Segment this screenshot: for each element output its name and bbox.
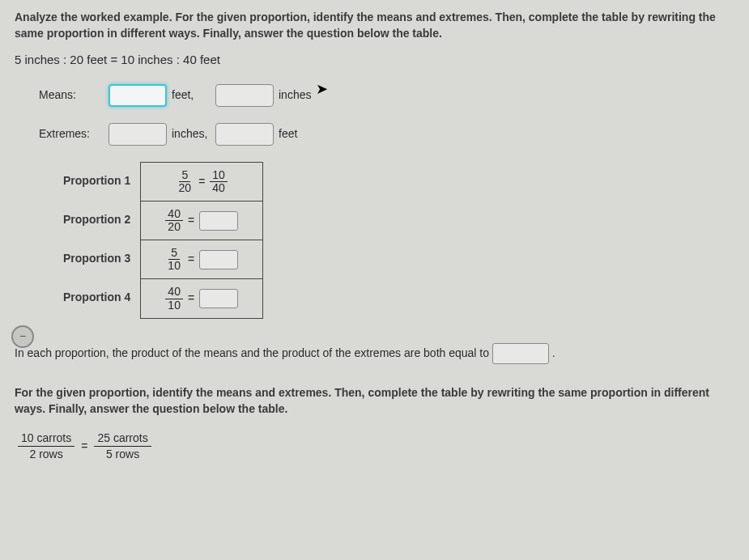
proportion-4-value: 40 10 = (141, 279, 262, 318)
extremes-row: Extremes: inches, feet (39, 123, 734, 146)
proportion-table: Proportion 1 Proportion 2 Proportion 3 P… (63, 162, 734, 319)
proportion-3-value: 5 10 = (141, 240, 262, 279)
extremes-value-2-input[interactable] (215, 123, 274, 146)
ratio2-lhs: 10 carrots 2 rows (18, 431, 74, 461)
instruction-2: For the given proportion, identify the m… (15, 385, 734, 417)
extremes-unit-2: feet (279, 126, 317, 142)
product-sentence: In each proportion, the product of the m… (15, 343, 734, 364)
proportion-4-label: Proportion 4 (63, 278, 140, 317)
proportion-2-value: 40 20 = (141, 202, 262, 240)
ratio2-l-num: 10 carrots (18, 431, 74, 447)
proportion-1-value: 5 20 = 10 40 (141, 163, 262, 202)
extremes-value-1-input[interactable] (109, 123, 167, 146)
extremes-unit-1: inches, (172, 126, 211, 142)
ratio2-r-num: 25 carrots (94, 431, 151, 447)
ratio2-l-den: 2 rows (27, 447, 66, 461)
equals-sign: = (188, 213, 194, 229)
proportion-3-answer-input[interactable] (199, 250, 238, 269)
p4-lhs-num: 40 (165, 286, 183, 299)
p1-rhs-num: 10 (210, 169, 228, 182)
proportion-2-label: Proportion 2 (63, 201, 140, 240)
p4-lhs-fraction: 40 10 (165, 286, 183, 312)
p3-lhs-den: 10 (165, 260, 183, 272)
p1-lhs-num: 5 (179, 169, 190, 182)
p1-lhs-den: 20 (177, 182, 194, 194)
proportion-3-label: Proportion 3 (63, 240, 140, 278)
p4-lhs-den: 10 (165, 299, 183, 312)
p2-lhs-num: 40 (165, 208, 183, 221)
means-value-1-input[interactable] (109, 84, 167, 107)
instruction-1: Analyze the worked example. For the give… (15, 10, 734, 41)
proportion-2-answer-input[interactable] (199, 211, 238, 231)
equals-sign: = (198, 174, 205, 190)
sentence-suffix: . (552, 346, 555, 359)
extremes-label: Extremes: (39, 126, 104, 142)
minus-icon: − (19, 329, 26, 345)
given-ratio: 5 inches : 20 feet = 10 inches : 40 feet (15, 51, 734, 68)
means-label: Means: (39, 87, 104, 104)
p1-rhs-den: 40 (210, 182, 228, 194)
p1-rhs-fraction: 10 40 (210, 169, 228, 195)
means-value-2-input[interactable] (215, 84, 274, 107)
p3-lhs-fraction: 5 10 (165, 247, 183, 273)
ratio2-r-den: 5 rows (103, 447, 143, 461)
equals-sign: = (188, 252, 194, 268)
sentence-prefix: In each proportion, the product of the m… (15, 346, 492, 359)
equals-sign: = (188, 291, 194, 307)
proportion-4-answer-input[interactable] (199, 289, 238, 308)
equals-sign: = (81, 439, 87, 455)
means-unit-1: feet, (172, 87, 211, 104)
means-row: Means: feet, inches (39, 84, 734, 107)
collapse-tab[interactable]: − (11, 325, 34, 348)
p3-lhs-num: 5 (168, 247, 180, 260)
proportion-1-label: Proportion 1 (63, 162, 140, 201)
p2-lhs-fraction: 40 20 (165, 208, 183, 234)
ratio2-rhs: 25 carrots 5 rows (94, 431, 151, 461)
p2-lhs-den: 20 (165, 221, 183, 233)
product-answer-input[interactable] (492, 343, 549, 364)
p1-lhs-fraction: 5 20 (177, 169, 194, 195)
given-ratio-2: 10 carrots 2 rows = 25 carrots 5 rows (18, 431, 734, 461)
means-unit-2: inches (279, 87, 317, 104)
